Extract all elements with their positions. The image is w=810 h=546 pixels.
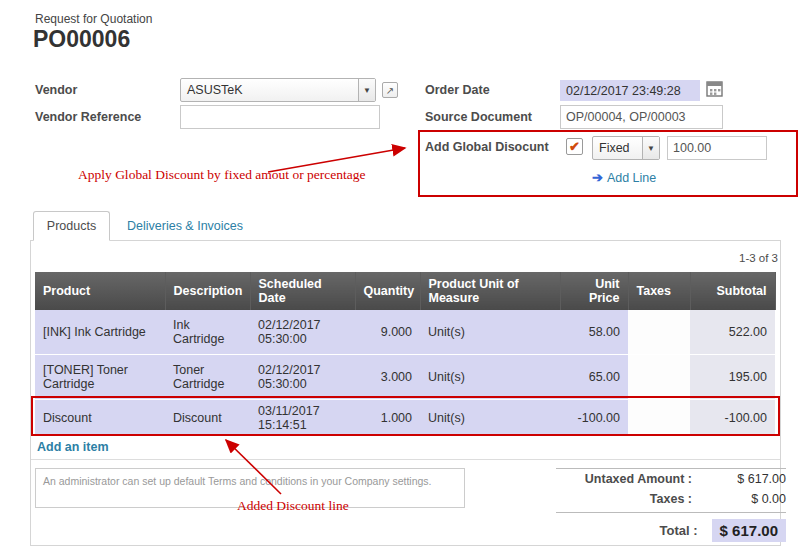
column-header-uom[interactable]: Product Unit of Measure — [420, 272, 560, 310]
cell-quantity[interactable]: 3.000 — [355, 354, 420, 399]
order-lines: Product Description Scheduled Date Quant… — [35, 272, 776, 437]
column-header-unit-price[interactable]: Unit Price — [560, 272, 628, 310]
table-row[interactable]: [TONER] Toner Cartridge Toner Cartridge … — [35, 354, 775, 399]
cell-scheduled-date[interactable]: 03/11/2017 15:14:51 — [250, 399, 355, 436]
external-link-icon[interactable]: ↗ — [382, 82, 398, 98]
tab-products[interactable]: Products — [33, 211, 110, 241]
tab-deliveries-invoices[interactable]: Deliveries & Invoices — [127, 212, 243, 240]
cell-taxes[interactable] — [628, 310, 690, 354]
table-row-discount[interactable]: Discount Discount 03/11/2017 15:14:51 1.… — [35, 399, 775, 436]
cell-uom[interactable]: Unit(s) — [420, 310, 560, 354]
cell-product[interactable]: [TONER] Toner Cartridge — [35, 354, 165, 399]
cell-description[interactable]: Toner Cartridge — [165, 354, 250, 399]
tab-deliveries-invoices-label: Deliveries & Invoices — [127, 219, 243, 233]
page-title: PO00006 — [33, 26, 130, 53]
taxes-label: Taxes : — [650, 492, 692, 506]
column-header-taxes[interactable]: Taxes — [628, 272, 690, 310]
terms-placeholder: An administrator can set up default Term… — [43, 475, 432, 487]
column-header-subtotal[interactable]: Subtotal — [690, 272, 775, 310]
cell-scheduled-date[interactable]: 02/12/2017 05:30:00 — [250, 310, 355, 354]
untaxed-amount-row: Untaxed Amount : $ 617.00 — [556, 469, 786, 489]
record-subtitle: Request for Quotation — [35, 12, 152, 26]
total-row: Total : $ 617.00 — [556, 513, 786, 545]
cell-scheduled-date[interactable]: 02/12/2017 05:30:00 — [250, 354, 355, 399]
untaxed-amount-label: Untaxed Amount : — [585, 472, 692, 486]
global-discount-checkbox[interactable]: ✔ — [566, 138, 583, 155]
taxes-value: $ 0.00 — [706, 492, 786, 506]
cell-description[interactable]: Discount — [165, 399, 250, 436]
column-header-description[interactable]: Description — [165, 272, 250, 310]
cell-subtotal[interactable]: -100.00 — [690, 399, 775, 436]
tab-products-label: Products — [47, 219, 96, 233]
vendor-label: Vendor — [35, 83, 77, 97]
section-divider — [31, 459, 780, 460]
cell-product[interactable]: [INK] Ink Cartridge — [35, 310, 165, 354]
vendor-select-value: ASUSTeK — [187, 83, 243, 97]
cell-unit-price[interactable]: -100.00 — [560, 399, 628, 436]
table-header-row: Product Description Scheduled Date Quant… — [35, 272, 775, 310]
cell-unit-price[interactable]: 65.00 — [560, 354, 628, 399]
add-line-label: Add Line — [607, 171, 656, 185]
discount-amount-input[interactable] — [667, 136, 767, 160]
cell-quantity[interactable]: 1.000 — [355, 399, 420, 436]
column-header-quantity[interactable]: Quantity — [355, 272, 420, 310]
cell-uom[interactable]: Unit(s) — [420, 354, 560, 399]
order-date-label: Order Date — [425, 83, 490, 97]
annotation-added-note: Added Discount line — [237, 498, 349, 514]
table-row[interactable]: [INK] Ink Cartridge Ink Cartridge 02/12/… — [35, 310, 775, 354]
vendor-select[interactable]: ASUSTeK ▼ — [180, 78, 376, 102]
cell-taxes[interactable] — [628, 354, 690, 399]
discount-type-value: Fixed — [599, 141, 630, 155]
cell-description[interactable]: Ink Cartridge — [165, 310, 250, 354]
annotation-apply-note: Apply Global Discount by fixed amout or … — [78, 167, 366, 183]
column-header-product[interactable]: Product — [35, 272, 165, 310]
vendor-reference-label: Vendor Reference — [35, 110, 141, 124]
chevron-down-icon: ▼ — [642, 137, 659, 159]
discount-type-select[interactable]: Fixed ▼ — [592, 136, 660, 160]
untaxed-amount-value: $ 617.00 — [706, 472, 786, 486]
order-date-value: 02/12/2017 23:49:28 — [566, 84, 681, 98]
vendor-reference-input[interactable] — [180, 105, 380, 129]
total-label: Total : — [660, 523, 698, 538]
cell-unit-price[interactable]: 58.00 — [560, 310, 628, 354]
arrow-right-icon: ➔ — [592, 170, 603, 185]
chevron-down-icon: ▼ — [358, 79, 375, 101]
cell-quantity[interactable]: 9.000 — [355, 310, 420, 354]
source-document-label: Source Document — [425, 110, 532, 124]
cell-product[interactable]: Discount — [35, 399, 165, 436]
total-value: $ 617.00 — [712, 519, 786, 542]
cell-uom[interactable]: Unit(s) — [420, 399, 560, 436]
totals-panel: Untaxed Amount : $ 617.00 Taxes : $ 0.00… — [556, 468, 786, 545]
check-icon: ✔ — [569, 140, 580, 153]
global-discount-label: Add Global Disocunt — [425, 140, 549, 154]
pager[interactable]: 1-3 of 3 — [690, 252, 778, 264]
purchase-order-page: Request for Quotation PO00006 Vendor ASU… — [0, 0, 810, 546]
order-date-field[interactable]: 02/12/2017 23:49:28 — [560, 80, 700, 101]
calendar-icon[interactable] — [706, 80, 723, 97]
taxes-row: Taxes : $ 0.00 — [556, 489, 786, 509]
order-lines-table: Product Description Scheduled Date Quant… — [35, 272, 776, 437]
add-an-item-link[interactable]: Add an item — [37, 440, 109, 454]
cell-subtotal[interactable]: 195.00 — [690, 354, 775, 399]
column-header-scheduled-date[interactable]: Scheduled Date — [250, 272, 355, 310]
cell-taxes[interactable] — [628, 399, 690, 436]
cell-subtotal[interactable]: 522.00 — [690, 310, 775, 354]
add-line-link[interactable]: ➔Add Line — [592, 168, 656, 186]
source-document-input[interactable] — [560, 105, 723, 129]
